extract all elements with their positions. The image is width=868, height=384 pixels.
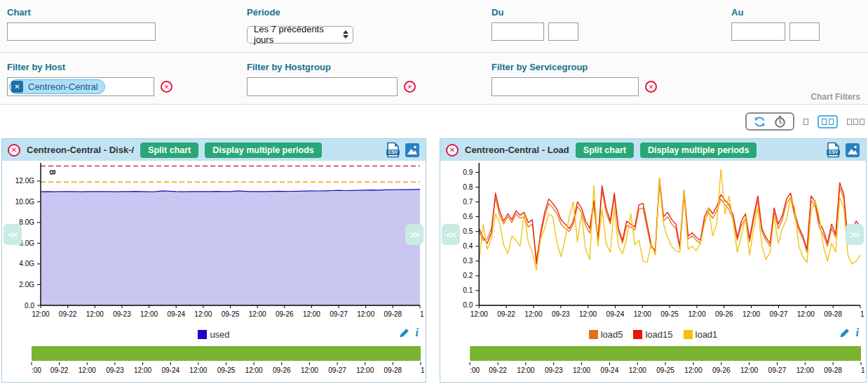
svg-text::00: :00 bbox=[32, 366, 41, 374]
svg-text:12:00: 12:00 bbox=[629, 366, 647, 374]
edit-pencil-icon[interactable] bbox=[839, 328, 850, 338]
display-multiple-periods-button[interactable]: Display multiple periods bbox=[640, 143, 757, 158]
svg-text:09-22: 09-22 bbox=[489, 366, 507, 374]
filter-by-servicegroup-label: Filter by Servicegroup bbox=[491, 62, 657, 72]
svg-text:12:00: 12:00 bbox=[32, 310, 49, 318]
periode-label: Période bbox=[247, 7, 353, 18]
chart-title: Centreon-Central - Disk-/ bbox=[27, 145, 134, 155]
svg-text:09-24: 09-24 bbox=[161, 366, 179, 374]
svg-text:09-23: 09-23 bbox=[545, 366, 563, 374]
svg-text:09-22: 09-22 bbox=[59, 310, 77, 318]
load-chart[interactable]: 0.00.10.20.30.40.50.60.70.80.912:0009-22… bbox=[440, 161, 864, 324]
chart-header-disk: ✕ Centreon-Central - Disk-/ Split chart … bbox=[2, 139, 426, 161]
split-chart-button[interactable]: Split chart bbox=[140, 143, 198, 158]
svg-text:09-28: 09-28 bbox=[824, 366, 842, 374]
legend-label: used bbox=[210, 329, 229, 340]
svg-text:09-28: 09-28 bbox=[384, 310, 402, 318]
layout-three-columns-button[interactable] bbox=[847, 119, 864, 125]
svg-text:09-27: 09-27 bbox=[330, 310, 348, 318]
svg-text:09-26: 09-26 bbox=[273, 366, 291, 374]
svg-text:2.0G: 2.0G bbox=[19, 281, 34, 289]
chart-search-input[interactable] bbox=[7, 22, 156, 41]
au-date-input[interactable] bbox=[731, 22, 785, 41]
svg-text:12:00: 12:00 bbox=[134, 366, 151, 374]
info-icon[interactable]: i bbox=[856, 327, 859, 338]
svg-text:09-26: 09-26 bbox=[276, 310, 294, 318]
du-label: Du bbox=[491, 7, 578, 18]
layout-two-columns-button[interactable] bbox=[818, 115, 838, 128]
svg-text:09-28: 09-28 bbox=[824, 310, 842, 318]
svg-text:12:: 12: bbox=[860, 310, 864, 318]
svg-text:12:: 12: bbox=[861, 366, 864, 374]
chart-filters-caption: Chart Filters bbox=[811, 92, 860, 102]
servicegroup-filter-input[interactable] bbox=[491, 77, 639, 96]
chart-toolbar bbox=[0, 105, 868, 138]
host-filter-input[interactable]: ✕ Centreon-Central bbox=[7, 77, 154, 96]
legend-item-load5[interactable]: load5 bbox=[589, 329, 623, 340]
layout-one-column-button[interactable] bbox=[803, 119, 808, 125]
scroll-period-left-button[interactable]: << bbox=[442, 224, 460, 245]
legend-label: load15 bbox=[645, 329, 672, 340]
svg-text:CSV: CSV bbox=[388, 150, 398, 154]
svg-text:0.4: 0.4 bbox=[463, 242, 473, 250]
svg-text:12:00: 12:00 bbox=[194, 310, 212, 318]
svg-text:0.1: 0.1 bbox=[463, 286, 473, 294]
du-time-input[interactable] bbox=[548, 22, 578, 41]
svg-text:10.0G: 10.0G bbox=[15, 198, 34, 206]
legend-item-load1[interactable]: load1 bbox=[684, 329, 718, 340]
filter-by-hostgroup-label: Filter by Hostgroup bbox=[247, 62, 416, 72]
close-chart-icon[interactable]: ✕ bbox=[8, 144, 20, 157]
svg-text:09-25: 09-25 bbox=[217, 366, 236, 374]
scroll-period-right-button[interactable]: >> bbox=[405, 224, 423, 245]
divider bbox=[0, 52, 868, 53]
svg-text:09-24: 09-24 bbox=[606, 310, 625, 318]
legend-item-used[interactable]: used bbox=[198, 329, 229, 340]
svg-text:09-25: 09-25 bbox=[660, 310, 679, 318]
export-image-icon[interactable] bbox=[405, 143, 420, 158]
svg-text:09-23: 09-23 bbox=[552, 310, 570, 318]
close-chart-icon[interactable]: ✕ bbox=[446, 144, 459, 157]
chart-legend: load5load15load1 i bbox=[440, 324, 866, 345]
export-csv-icon[interactable]: CSV bbox=[826, 142, 841, 158]
svg-text:12:00: 12:00 bbox=[470, 310, 489, 318]
export-csv-icon[interactable]: CSV bbox=[386, 142, 400, 158]
host-tag-label: Centreon-Central bbox=[28, 81, 98, 92]
scroll-period-right-button[interactable]: >> bbox=[846, 224, 864, 245]
timer-icon[interactable] bbox=[773, 115, 787, 128]
filter-by-host-label: Filter by Host bbox=[7, 62, 172, 72]
au-time-input[interactable] bbox=[789, 22, 820, 41]
svg-text:0.2: 0.2 bbox=[463, 272, 473, 279]
edit-pencil-icon[interactable] bbox=[399, 328, 409, 338]
clear-hostgroup-filter-icon[interactable]: ✕ bbox=[404, 81, 416, 93]
legend-swatch bbox=[198, 330, 207, 339]
export-image-icon[interactable] bbox=[845, 143, 860, 158]
tag-remove-icon[interactable]: ✕ bbox=[11, 81, 23, 93]
svg-text:8.0G: 8.0G bbox=[19, 218, 34, 226]
svg-text:0.9: 0.9 bbox=[463, 168, 473, 176]
du-date-input[interactable] bbox=[491, 22, 544, 41]
disk-usage-chart[interactable]: 0.02.0G4.0G6.0G8.0G10.0G12.0G12:0009-221… bbox=[2, 161, 424, 324]
periode-select[interactable]: Les 7 précédents jours bbox=[247, 26, 353, 44]
svg-text:09-25: 09-25 bbox=[222, 310, 240, 318]
svg-text:12:00: 12:00 bbox=[634, 310, 652, 318]
svg-text:12:00: 12:00 bbox=[86, 310, 104, 318]
clear-servicegroup-filter-icon[interactable]: ✕ bbox=[645, 81, 657, 93]
chart-filter-label: Chart bbox=[7, 7, 156, 18]
refresh-icon[interactable] bbox=[753, 115, 766, 128]
select-arrows-icon bbox=[343, 30, 348, 39]
hostgroup-filter-input[interactable] bbox=[247, 77, 398, 96]
info-icon[interactable]: i bbox=[416, 327, 419, 338]
split-chart-button[interactable]: Split chart bbox=[576, 143, 634, 158]
status-timeline-bar[interactable]: :0009-2212:0009-2312:0009-2412:0009-2512… bbox=[440, 345, 864, 376]
chart-panel-load: ✕ Centreon-Central - Load Split chart Di… bbox=[440, 138, 867, 383]
svg-text:12:00: 12:00 bbox=[356, 366, 374, 374]
svg-text:12:00: 12:00 bbox=[796, 366, 815, 374]
chart-header-load: ✕ Centreon-Central - Load Split chart Di… bbox=[440, 139, 866, 161]
clear-host-filter-icon[interactable]: ✕ bbox=[161, 81, 172, 93]
legend-item-load15[interactable]: load15 bbox=[633, 329, 672, 340]
svg-text:12:00: 12:00 bbox=[742, 310, 761, 318]
display-multiple-periods-button[interactable]: Display multiple periods bbox=[205, 143, 321, 158]
status-timeline-bar[interactable]: :0009-2212:0009-2312:0009-2412:0009-2512… bbox=[2, 345, 424, 376]
scroll-period-left-button[interactable]: << bbox=[4, 224, 22, 245]
filter-panel: Chart Période Les 7 précédents jours Du … bbox=[0, 0, 868, 105]
